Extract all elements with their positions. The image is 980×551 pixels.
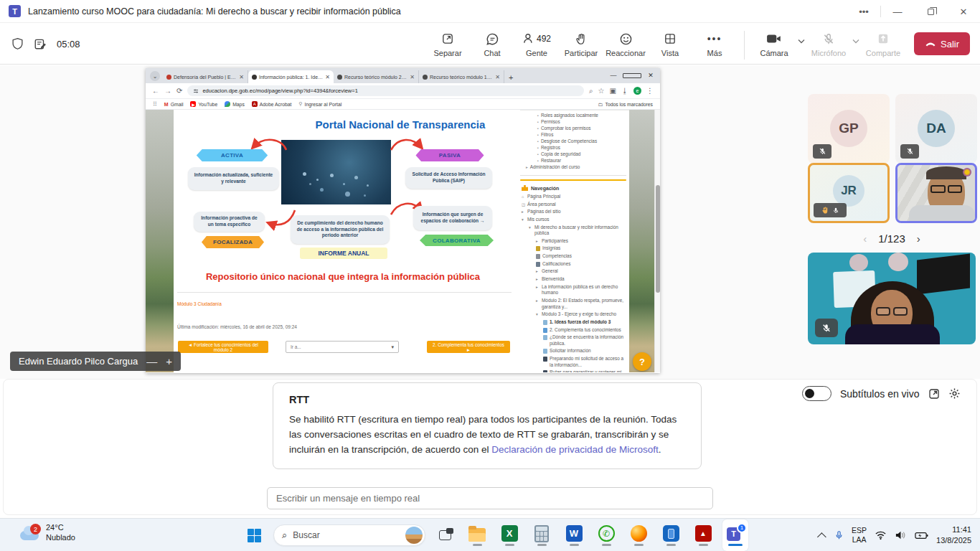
browser-minimize-button[interactable]: — — [604, 68, 623, 83]
bookmark-portal[interactable]: ⚲Ingresar al Portal — [298, 101, 341, 107]
pop-out-button[interactable]: Separar — [427, 28, 468, 57]
nav-item[interactable]: ⌂Página Principal — [520, 193, 626, 201]
view-button[interactable]: Vista — [649, 28, 691, 57]
nav-item[interactable]: Rutas para garantizar y proteger mi dere… — [520, 369, 626, 372]
bookmark-acrobat[interactable]: AAdobe Acrobat — [252, 101, 292, 107]
apps-grid-icon[interactable]: ⠿ — [153, 101, 157, 108]
nav-item[interactable]: ▸Participantes — [520, 237, 626, 245]
admin-menu-item[interactable]: ▪Registros — [520, 144, 626, 151]
tray-mic-icon[interactable] — [834, 529, 844, 541]
leave-button[interactable]: Salir — [914, 32, 970, 55]
taskbar-file-explorer[interactable] — [464, 519, 490, 551]
tab-close-icon[interactable]: ✕ — [410, 74, 415, 80]
task-view-button[interactable] — [432, 519, 458, 551]
captions-settings-gear-icon[interactable] — [948, 387, 961, 400]
nav-item[interactable]: ¿Dónde se encuentra la información públi… — [520, 334, 626, 347]
tab-close-icon[interactable]: ✕ — [495, 74, 500, 80]
admin-menu-item[interactable]: ▪Restaurar — [520, 157, 626, 164]
admin-menu-item[interactable]: ▪Permisos — [520, 118, 626, 125]
meeting-notes-icon[interactable] — [34, 37, 47, 50]
taskbar-firefox[interactable] — [626, 519, 651, 551]
browser-tab-4[interactable]: Recurso teórico módulo 1 (1)✕ — [419, 70, 504, 83]
nav-item[interactable]: Competencias — [520, 253, 626, 260]
tab-close-icon[interactable]: ✕ — [239, 74, 244, 80]
jump-to-select[interactable]: Ir a...▾ — [286, 341, 399, 353]
help-fab-button[interactable]: ? — [633, 352, 651, 371]
back-icon[interactable]: ← — [152, 87, 159, 95]
nav-item[interactable]: ▸La información pública es un derecho hu… — [520, 283, 626, 297]
admin-menu-item[interactable]: ▸Administración del curso — [520, 164, 626, 170]
language-indicator[interactable]: ESP LAA — [852, 526, 867, 545]
participant-tile-jr-raised-hand[interactable]: JR — [808, 163, 890, 223]
taskbar-teams-active[interactable]: T1 — [722, 519, 748, 551]
spotlight-video-tile[interactable] — [808, 253, 976, 344]
battery-charging-icon[interactable] — [915, 531, 928, 540]
bookmark-maps[interactable]: Maps — [225, 101, 245, 107]
participant-tile-video-speaking[interactable] — [895, 163, 977, 223]
forward-icon[interactable]: → — [164, 87, 171, 95]
browser-tab-3[interactable]: Recurso teórico módulo 2 (1)✕ — [334, 70, 419, 83]
restore-button[interactable] — [914, 0, 947, 23]
people-button[interactable]: 492 Gente — [516, 28, 557, 57]
chat-button[interactable]: Chat — [471, 28, 513, 57]
taskbar-acrobat[interactable]: ▲ — [690, 519, 716, 551]
address-bar[interactable]: educacion.dpe.gob.ec/mod/page/view.php?i… — [187, 85, 584, 96]
participant-tile-da[interactable]: DA — [895, 94, 977, 164]
admin-menu-item[interactable]: ▪Comprobar los permisos — [520, 125, 626, 131]
minimize-button[interactable]: — — [881, 0, 914, 23]
page-scrollbar[interactable] — [654, 110, 660, 372]
nav-item[interactable]: Preparando mi solicitud de acceso a la i… — [520, 355, 626, 369]
zoom-in-icon[interactable]: + — [166, 355, 172, 367]
mic-button[interactable]: Micrófono — [808, 28, 849, 57]
live-captions-toggle[interactable] — [802, 386, 831, 401]
new-tab-button[interactable]: + — [509, 73, 513, 82]
admin-menu-item[interactable]: ▪Roles asignados localmente — [520, 112, 626, 118]
rtt-message-input[interactable] — [267, 487, 713, 509]
react-button[interactable]: Reaccionar — [605, 28, 646, 57]
nav-item[interactable]: ▸Páginas del sitio — [520, 208, 626, 216]
share-button[interactable]: Comparte — [862, 28, 904, 57]
weather-widget[interactable]: 2 24°C Nublado — [19, 522, 75, 543]
volume-icon[interactable] — [895, 530, 907, 540]
participant-tile-gp[interactable]: GP — [808, 94, 890, 164]
bookmark-gmail[interactable]: MGmail — [164, 102, 184, 107]
nav-item[interactable]: 2. Complementa tus conocimientos — [520, 326, 626, 334]
browser-tab-2-active[interactable]: Información pública: 1. Ideas fu✕ — [248, 70, 334, 83]
all-bookmarks-button[interactable]: 🗀Todos los marcadores — [598, 102, 654, 107]
nav-item[interactable]: ▸Módulo 2: El Estado respeta, promueve, … — [520, 297, 626, 311]
taskbar-search[interactable]: ⌕ Buscar — [273, 524, 425, 546]
nav-item-current[interactable]: 1. Ideas fuerza del módulo 3 — [520, 319, 626, 326]
admin-menu-item[interactable]: ▪Filtros — [520, 131, 626, 138]
mic-options-chevron-icon[interactable] — [852, 34, 859, 47]
nav-item[interactable]: ▾Mi derecho a buscar y recibir informaci… — [520, 224, 626, 237]
taskbar-whatsapp[interactable]: ✆ — [593, 519, 619, 551]
nav-item[interactable]: ◳Área personal — [520, 201, 626, 209]
titlebar-more-icon[interactable]: ••• — [847, 0, 880, 23]
shield-icon[interactable] — [11, 37, 24, 50]
taskbar-word[interactable]: W — [561, 519, 587, 551]
browser-restore-button[interactable] — [623, 68, 641, 83]
browser-tab-1[interactable]: Defensoría del Pueblo | Ecuado✕ — [163, 70, 248, 83]
clock[interactable]: 11:41 13/8/2025 — [936, 524, 971, 546]
browser-close-button[interactable]: ✕ — [641, 68, 660, 83]
reload-icon[interactable]: ⟳ — [176, 87, 182, 95]
next-activity-button[interactable]: 2. Complementa tus conocimientos ► — [427, 341, 510, 353]
admin-menu-item[interactable]: ▪Copia de seguridad — [520, 151, 626, 157]
privacy-statement-link[interactable]: Declaración de privacidad de Microsoft — [491, 444, 659, 455]
bookmark-youtube[interactable]: ▶YouTube — [190, 101, 217, 107]
more-button[interactable]: ••• Más — [694, 28, 735, 57]
nav-item[interactable]: ▸General — [520, 268, 626, 276]
download-icon[interactable]: ⭳ — [621, 87, 628, 95]
module-link[interactable]: Módulo 3 Ciudadanía — [177, 301, 222, 306]
nav-item[interactable]: ▾Mis cursos — [520, 216, 626, 224]
start-button[interactable] — [241, 519, 267, 551]
taskbar-phone-link[interactable] — [658, 519, 684, 551]
browser-menu-icon[interactable]: ⋮ — [646, 87, 654, 95]
zoom-search-icon[interactable]: ⌕ — [589, 87, 593, 95]
pop-out-captions-icon[interactable] — [928, 388, 940, 400]
nav-item[interactable]: ▸Bienvenida — [520, 276, 626, 283]
bookmark-star-icon[interactable]: ☆ — [598, 87, 605, 95]
reading-list-icon[interactable]: ▣ — [610, 87, 616, 95]
taskbar-calculator[interactable] — [529, 519, 555, 551]
tab-search-icon[interactable]: ⌄ — [150, 71, 160, 81]
